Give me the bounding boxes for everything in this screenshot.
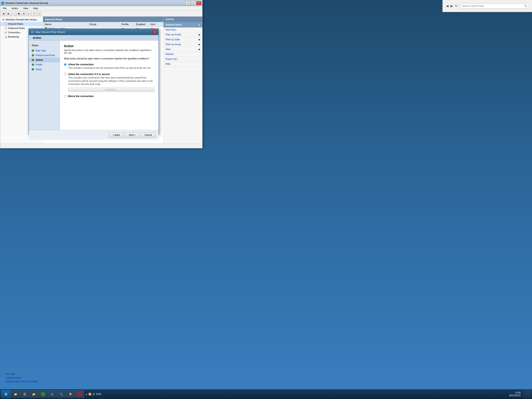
step-dot-action bbox=[32, 59, 34, 61]
tree-inbound-rules[interactable]: 📋 Inbound Rules bbox=[0, 22, 43, 26]
nav-back-icon[interactable]: ◀ bbox=[446, 4, 449, 8]
action-filter-group-label: Filter by Group bbox=[165, 43, 181, 46]
taskbar-folder[interactable]: 📂 bbox=[30, 390, 38, 398]
step-name[interactable]: Name bbox=[29, 67, 60, 72]
step-action[interactable]: Action bbox=[29, 58, 60, 62]
properties-button[interactable]: 📋 bbox=[37, 12, 41, 16]
dialog-section-header: Action bbox=[33, 36, 41, 39]
col-header-group[interactable]: Group bbox=[88, 22, 120, 26]
search-box[interactable]: 🔍 bbox=[460, 4, 529, 9]
col-header-name[interactable]: Name bbox=[43, 22, 88, 26]
close-button[interactable]: ✕ bbox=[196, 1, 201, 5]
action-filter-profile-label: Filter by Profile bbox=[165, 33, 181, 36]
tree-inbound-label: Inbound Rules bbox=[8, 23, 23, 25]
clock-date: 26/10/2016 bbox=[509, 394, 521, 397]
action-export-label: Export List... bbox=[165, 58, 178, 60]
dialog-close-button[interactable]: ✕ bbox=[152, 30, 157, 34]
menu-help[interactable]: Help bbox=[32, 7, 40, 10]
inbound-bar: Inbound Rules bbox=[43, 17, 163, 22]
taskbar-app3[interactable] bbox=[75, 390, 84, 398]
main-window: Windows Firewall with Advanced Security … bbox=[0, 0, 203, 148]
menu-view[interactable]: View bbox=[22, 7, 30, 10]
nav-forward-icon[interactable]: ▶ bbox=[450, 4, 454, 8]
tree-outbound-label: Outbound Rules bbox=[8, 27, 25, 30]
cancel-button[interactable]: Cancel bbox=[141, 133, 156, 138]
radio-option-block: Block the connection bbox=[64, 95, 155, 98]
back-button[interactable]: ◀ bbox=[1, 12, 6, 16]
taskbar-cmd[interactable]: ☰ bbox=[20, 390, 29, 398]
action-filter-group[interactable]: Filter by Group ▶ bbox=[164, 42, 202, 47]
app1-icon bbox=[41, 392, 45, 396]
status-bar bbox=[0, 143, 202, 148]
dialog-content: Steps: Rule Type Protocol and Ports Acti… bbox=[29, 40, 158, 130]
dialog-action-subtitle: Specify the action to be taken when a co… bbox=[64, 49, 155, 54]
taskbar-browser[interactable]: 🌐 bbox=[48, 390, 57, 398]
clock-time: 13:05 bbox=[509, 391, 521, 394]
taskbar-file-explorer[interactable]: 📁 bbox=[11, 390, 20, 398]
restore-button[interactable]: □ bbox=[191, 1, 196, 5]
taskbar-app1[interactable] bbox=[39, 390, 47, 398]
file-explorer-icon: 📁 bbox=[14, 393, 17, 396]
action-help-label: Help bbox=[165, 63, 170, 65]
action-export[interactable]: Export List... bbox=[164, 57, 202, 62]
taskbar-network[interactable]: 🔧 bbox=[57, 390, 66, 398]
minimize-button[interactable]: ─ bbox=[185, 1, 190, 5]
taskbar: ⊞ 📁 ☰ 📂 🌐 🔧 📦 ▲ 📶 🔊 ENG bbox=[0, 389, 532, 399]
taskbar-clock[interactable]: 13:05 26/10/2016 bbox=[507, 391, 523, 397]
see-also-network-sharing[interactable]: Network and Sharing Center bbox=[6, 380, 38, 383]
grid-button[interactable]: ⊞ bbox=[21, 12, 26, 16]
connection-icon: 🔗 bbox=[4, 31, 7, 34]
actions-header: Actions bbox=[164, 17, 202, 22]
search-icon[interactable]: 🔍 bbox=[524, 5, 527, 7]
radio-allow-label[interactable]: Allow the connection bbox=[68, 63, 94, 66]
customize-button[interactable]: Customize... bbox=[68, 87, 155, 92]
action-filter-profile[interactable]: Filter by Profile ▶ bbox=[164, 32, 202, 37]
network-icon: 🔧 bbox=[60, 393, 63, 396]
see-also-action-center[interactable]: Action Center bbox=[6, 376, 38, 379]
menu-action[interactable]: Action bbox=[10, 7, 19, 10]
step-protocol-ports[interactable]: Protocol and Ports bbox=[29, 53, 60, 58]
radio-allow-secure[interactable] bbox=[64, 73, 67, 75]
step-profile[interactable]: Profile bbox=[29, 62, 60, 67]
wizard-dialog: New Inbound Rule Wizard ✕ Action Steps: … bbox=[28, 28, 159, 135]
title-bar-left: Windows Firewall with Advanced Security bbox=[1, 1, 48, 5]
action-refresh[interactable]: Refresh bbox=[164, 52, 202, 57]
radio-block[interactable] bbox=[64, 95, 67, 98]
app-icon bbox=[1, 1, 4, 5]
action-help[interactable]: Help bbox=[164, 62, 202, 66]
step-dot-name bbox=[32, 68, 34, 71]
col-header-action[interactable]: Acti... bbox=[149, 22, 163, 26]
action-new-rule[interactable]: New Rule... bbox=[164, 27, 202, 32]
col-header-enabled[interactable]: Enabled bbox=[134, 22, 149, 26]
show-desktop-button[interactable] bbox=[523, 390, 531, 398]
taskbar-app2[interactable]: 📦 bbox=[66, 390, 75, 398]
actions-collapse-icon[interactable]: ▲ bbox=[198, 23, 200, 26]
step-rule-type[interactable]: Rule Type bbox=[29, 48, 60, 53]
action-filter-state[interactable]: Filter by State ▶ bbox=[164, 37, 202, 42]
list-header-row: Name Group Profile Enabled Acti... bbox=[43, 22, 163, 27]
radio-allow-secure-label[interactable]: Allow the connection if it is secure bbox=[68, 73, 110, 76]
title-bar-buttons: ─ □ ✕ bbox=[185, 1, 201, 5]
forward-button[interactable]: ▶ bbox=[6, 12, 11, 16]
search-input[interactable] bbox=[462, 5, 524, 7]
radio-block-label[interactable]: Block the connection bbox=[68, 95, 94, 98]
filter-profile-arrow: ▶ bbox=[199, 33, 200, 36]
action-refresh-label: Refresh bbox=[165, 53, 174, 56]
tray-arrow[interactable]: ▲ bbox=[85, 393, 88, 395]
up-button[interactable]: ↑ bbox=[11, 12, 16, 16]
back-button[interactable]: < Back bbox=[109, 133, 124, 138]
dialog-icon bbox=[31, 30, 34, 33]
help-button[interactable]: ? bbox=[32, 12, 36, 16]
lang-label: ENG bbox=[96, 393, 101, 395]
list-button[interactable]: ≡ bbox=[26, 12, 31, 16]
action-view[interactable]: View ▶ bbox=[164, 47, 202, 52]
radio-allow[interactable] bbox=[64, 63, 67, 66]
show-hide-button[interactable]: ▣ bbox=[16, 12, 21, 16]
col-header-profile[interactable]: Profile bbox=[120, 22, 134, 26]
nav-buttons: ◀ ▶ ↻ bbox=[446, 4, 458, 8]
next-button[interactable]: Next > bbox=[125, 133, 139, 138]
tree-root[interactable]: 🔥 Windows Firewall with Advanc... bbox=[0, 18, 43, 22]
start-button[interactable]: ⊞ bbox=[1, 390, 11, 398]
nav-refresh-icon[interactable]: ↻ bbox=[455, 4, 458, 8]
menu-file[interactable]: File bbox=[1, 7, 8, 10]
